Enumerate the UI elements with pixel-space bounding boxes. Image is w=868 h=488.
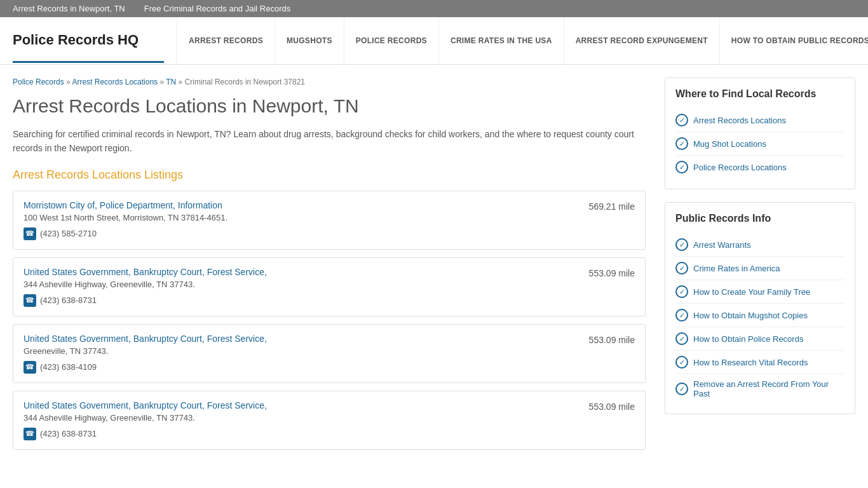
check-icon: ✓ [675, 332, 688, 345]
logo[interactable]: Police Records HQ [13, 19, 164, 63]
listing-phone-0: ☎(423) 585-2710 [24, 227, 576, 240]
local-record-link-0[interactable]: ✓Arrest Records Locations [675, 109, 844, 132]
listing-name-3[interactable]: United States Government, Bankruptcy Cou… [24, 400, 576, 410]
main-nav: ARREST RECORDSMUGSHOTSPOLICE RECORDSCRIM… [177, 17, 868, 64]
public-records-links: ✓Arrest Warrants✓Crime Rates in America✓… [675, 233, 844, 403]
public-link-label-2: How to Create Your Family Tree [693, 287, 810, 297]
nav-item-arrest-records[interactable]: ARREST RECORDS [177, 17, 275, 64]
local-records-section: Where to Find Local Records ✓Arrest Reco… [665, 78, 855, 189]
listing-info-2: United States Government, Bankruptcy Cou… [24, 334, 576, 374]
listing-distance-3: 553.09 mile [576, 400, 635, 412]
listing-distance-1: 553.09 mile [576, 267, 635, 278]
listing-distance-0: 569.21 mile [576, 200, 635, 212]
local-records-title: Where to Find Local Records [675, 88, 844, 100]
check-icon: ✓ [675, 114, 688, 126]
check-icon: ✓ [675, 383, 688, 395]
check-icon: ✓ [675, 285, 688, 298]
sidebar: Where to Find Local Records ✓Arrest Reco… [665, 78, 855, 458]
nav-item-police-records[interactable]: POLICE RECORDS [344, 17, 439, 64]
local-record-link-2[interactable]: ✓Police Records Locations [675, 156, 844, 179]
local-link-label-0: Arrest Records Locations [693, 116, 786, 125]
public-record-link-0[interactable]: ✓Arrest Warrants [675, 233, 844, 257]
public-record-link-1[interactable]: ✓Crime Rates in America [675, 257, 844, 280]
nav-item-arrest-record-expungement[interactable]: ARREST RECORD EXPUNGEMENT [564, 17, 720, 64]
public-link-label-6: Remove an Arrest Record From Your Past [693, 379, 844, 398]
listing-card-3: United States Government, Bankruptcy Cou… [13, 391, 646, 450]
listing-address-3: 344 Asheville Highway, Greeneville, TN 3… [24, 413, 576, 423]
listing-card-2: United States Government, Bankruptcy Cou… [13, 324, 646, 383]
public-records-title: Public Records Info [675, 213, 844, 224]
listing-phone-3: ☎(423) 638-8731 [24, 428, 576, 440]
phone-icon: ☎ [24, 428, 36, 440]
nav-item-mugshots[interactable]: MUGSHOTS [275, 17, 344, 64]
listing-phone-2: ☎(423) 638-4109 [24, 361, 576, 374]
header: Police Records HQ ARREST RECORDSMUGSHOTS… [0, 17, 868, 65]
main-container: Police Records » Arrest Records Location… [0, 65, 868, 470]
page-title: Arrest Records Locations in Newport, TN [13, 95, 646, 117]
public-link-label-4: How to Obtain Police Records [693, 334, 803, 344]
listing-address-0: 100 West 1st North Street, Morristown, T… [24, 213, 576, 222]
top-banner: Arrest Records in Newport, TN Free Crimi… [0, 0, 868, 17]
listing-card-0: Morristown City of, Police Department, I… [13, 191, 646, 250]
public-record-link-6[interactable]: ✓Remove an Arrest Record From Your Past [675, 374, 844, 403]
banner-link-2[interactable]: Free Criminal Records and Jail Records [144, 4, 290, 13]
check-icon: ✓ [675, 262, 688, 274]
breadcrumb-separator: » [64, 78, 72, 86]
check-icon: ✓ [675, 309, 688, 322]
public-link-label-1: Crime Rates in America [693, 264, 780, 273]
listing-name-1[interactable]: United States Government, Bankruptcy Cou… [24, 267, 576, 277]
public-records-section: Public Records Info ✓Arrest Warrants✓Cri… [665, 202, 855, 414]
page-description: Searching for certified criminal records… [13, 127, 646, 156]
phone-number-1[interactable]: (423) 638-8731 [40, 295, 97, 305]
phone-number-2[interactable]: (423) 638-4109 [40, 362, 97, 372]
public-link-label-3: How to Obtain Mugshot Copies [693, 311, 808, 320]
breadcrumb-separator: » [176, 78, 184, 86]
check-icon: ✓ [675, 137, 688, 150]
local-records-links: ✓Arrest Records Locations✓Mug Shot Locat… [675, 109, 844, 179]
nav-item-crime-rates-in-the-usa[interactable]: CRIME RATES IN THE USA [439, 17, 564, 64]
nav-item-how-to-obtain-public-records[interactable]: HOW TO OBTAIN PUBLIC RECORDS [720, 17, 868, 64]
phone-icon: ☎ [24, 227, 36, 240]
phone-number-3[interactable]: (423) 638-8731 [40, 429, 97, 438]
listing-info-1: United States Government, Bankruptcy Cou… [24, 267, 576, 307]
breadcrumb-link-2[interactable]: TN [166, 78, 176, 86]
phone-icon: ☎ [24, 294, 36, 307]
public-link-label-0: Arrest Warrants [693, 240, 751, 250]
listing-address-1: 344 Asheville Highway, Greeneville, TN 3… [24, 280, 576, 289]
local-link-label-1: Mug Shot Locations [693, 139, 766, 149]
local-link-label-2: Police Records Locations [693, 163, 787, 172]
phone-icon: ☎ [24, 361, 36, 374]
content-area: Police Records » Arrest Records Location… [13, 78, 646, 458]
listing-card-1: United States Government, Bankruptcy Cou… [13, 257, 646, 316]
listings-container: Morristown City of, Police Department, I… [13, 191, 646, 450]
section-title: Arrest Records Locations Listings [13, 168, 646, 182]
phone-number-0[interactable]: (423) 585-2710 [40, 229, 97, 238]
listing-name-0[interactable]: Morristown City of, Police Department, I… [24, 200, 576, 210]
listing-address-2: Greeneville, TN 37743. [24, 346, 576, 356]
breadcrumb-link-1[interactable]: Arrest Records Locations [72, 78, 158, 86]
public-record-link-4[interactable]: ✓How to Obtain Police Records [675, 327, 844, 351]
breadcrumb-link-0[interactable]: Police Records [13, 78, 64, 86]
public-record-link-5[interactable]: ✓How to Research Vital Records [675, 351, 844, 374]
listing-name-2[interactable]: United States Government, Bankruptcy Cou… [24, 334, 576, 344]
listing-info-0: Morristown City of, Police Department, I… [24, 200, 576, 240]
check-icon: ✓ [675, 161, 688, 173]
public-record-link-3[interactable]: ✓How to Obtain Mugshot Copies [675, 304, 844, 327]
breadcrumb: Police Records » Arrest Records Location… [13, 78, 646, 86]
public-record-link-2[interactable]: ✓How to Create Your Family Tree [675, 280, 844, 304]
listing-distance-2: 553.09 mile [576, 334, 635, 345]
banner-link-1[interactable]: Arrest Records in Newport, TN [13, 4, 125, 13]
listing-info-3: United States Government, Bankruptcy Cou… [24, 400, 576, 440]
breadcrumb-current: Criminal Records in Newport 37821 [185, 78, 305, 86]
check-icon: ✓ [675, 356, 688, 369]
listing-phone-1: ☎(423) 638-8731 [24, 294, 576, 307]
local-record-link-1[interactable]: ✓Mug Shot Locations [675, 132, 844, 156]
check-icon: ✓ [675, 238, 688, 251]
breadcrumb-separator: » [158, 78, 166, 86]
public-link-label-5: How to Research Vital Records [693, 358, 808, 367]
